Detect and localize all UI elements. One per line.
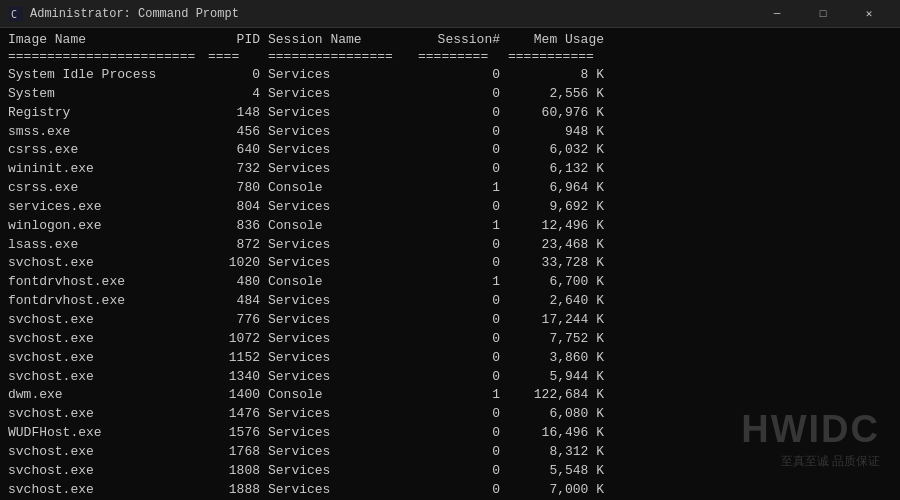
proc-session: Services bbox=[268, 236, 418, 255]
proc-mem: 7,000 K bbox=[508, 481, 608, 500]
proc-session: Services bbox=[268, 292, 418, 311]
proc-sessnum: 1 bbox=[418, 386, 508, 405]
proc-mem: 8 K bbox=[508, 66, 608, 85]
proc-pid: 776 bbox=[208, 311, 268, 330]
proc-sessnum: 0 bbox=[418, 160, 508, 179]
proc-session: Services bbox=[268, 330, 418, 349]
proc-mem: 6,032 K bbox=[508, 141, 608, 160]
proc-pid: 780 bbox=[208, 179, 268, 198]
proc-session: Services bbox=[268, 66, 418, 85]
proc-sessnum: 0 bbox=[418, 66, 508, 85]
table-row: System 4 Services 0 2,556 K bbox=[8, 85, 892, 104]
table-row: winlogon.exe 836 Console 1 12,496 K bbox=[8, 217, 892, 236]
header-session: Session Name bbox=[268, 32, 418, 47]
proc-mem: 6,080 K bbox=[508, 405, 608, 424]
proc-session: Services bbox=[268, 160, 418, 179]
proc-mem: 3,860 K bbox=[508, 349, 608, 368]
table-row: csrss.exe 780 Console 1 6,964 K bbox=[8, 179, 892, 198]
proc-mem: 122,684 K bbox=[508, 386, 608, 405]
window-title: Administrator: Command Prompt bbox=[30, 7, 754, 21]
svg-text:C: C bbox=[11, 9, 17, 20]
proc-name: wininit.exe bbox=[8, 160, 208, 179]
proc-name: svchost.exe bbox=[8, 481, 208, 500]
proc-pid: 1768 bbox=[208, 443, 268, 462]
proc-name: WUDFHost.exe bbox=[8, 424, 208, 443]
table-row: svchost.exe 1072 Services 0 7,752 K bbox=[8, 330, 892, 349]
table-row: svchost.exe 1768 Services 0 8,312 K bbox=[8, 443, 892, 462]
table-row: services.exe 804 Services 0 9,692 K bbox=[8, 198, 892, 217]
proc-name: smss.exe bbox=[8, 123, 208, 142]
proc-session: Services bbox=[268, 481, 418, 500]
proc-pid: 1340 bbox=[208, 368, 268, 387]
table-row: svchost.exe 776 Services 0 17,244 K bbox=[8, 311, 892, 330]
proc-session: Console bbox=[268, 179, 418, 198]
proc-pid: 732 bbox=[208, 160, 268, 179]
console-body: Image Name PID Session Name Session# Mem… bbox=[0, 28, 900, 500]
proc-mem: 17,244 K bbox=[508, 311, 608, 330]
table-row: dwm.exe 1400 Console 1 122,684 K bbox=[8, 386, 892, 405]
proc-name: lsass.exe bbox=[8, 236, 208, 255]
table-row: svchost.exe 1808 Services 0 5,548 K bbox=[8, 462, 892, 481]
proc-name: services.exe bbox=[8, 198, 208, 217]
app-icon: C bbox=[8, 6, 24, 22]
table-row: svchost.exe 1340 Services 0 5,944 K bbox=[8, 368, 892, 387]
proc-name: csrss.exe bbox=[8, 179, 208, 198]
proc-name: winlogon.exe bbox=[8, 217, 208, 236]
proc-session: Services bbox=[268, 462, 418, 481]
proc-mem: 33,728 K bbox=[508, 254, 608, 273]
window-controls: ─ □ ✕ bbox=[754, 0, 892, 28]
proc-session: Services bbox=[268, 104, 418, 123]
proc-sessnum: 0 bbox=[418, 368, 508, 387]
maximize-button[interactable]: □ bbox=[800, 0, 846, 28]
proc-name: svchost.exe bbox=[8, 405, 208, 424]
proc-sessnum: 0 bbox=[418, 443, 508, 462]
proc-mem: 5,944 K bbox=[508, 368, 608, 387]
proc-mem: 6,964 K bbox=[508, 179, 608, 198]
proc-pid: 1888 bbox=[208, 481, 268, 500]
proc-pid: 836 bbox=[208, 217, 268, 236]
proc-name: csrss.exe bbox=[8, 141, 208, 160]
proc-session: Services bbox=[268, 141, 418, 160]
proc-name: svchost.exe bbox=[8, 349, 208, 368]
proc-mem: 7,752 K bbox=[508, 330, 608, 349]
proc-pid: 1808 bbox=[208, 462, 268, 481]
proc-pid: 4 bbox=[208, 85, 268, 104]
header-mem: Mem Usage bbox=[508, 32, 608, 47]
proc-name: System bbox=[8, 85, 208, 104]
table-row: System Idle Process 0 Services 0 8 K bbox=[8, 66, 892, 85]
proc-mem: 9,692 K bbox=[508, 198, 608, 217]
proc-mem: 12,496 K bbox=[508, 217, 608, 236]
header-session-num: Session# bbox=[418, 32, 508, 47]
proc-pid: 480 bbox=[208, 273, 268, 292]
proc-name: svchost.exe bbox=[8, 330, 208, 349]
table-row: svchost.exe 1476 Services 0 6,080 K bbox=[8, 405, 892, 424]
table-row: WUDFHost.exe 1576 Services 0 16,496 K bbox=[8, 424, 892, 443]
proc-sessnum: 0 bbox=[418, 123, 508, 142]
proc-pid: 872 bbox=[208, 236, 268, 255]
table-row: fontdrvhost.exe 480 Console 1 6,700 K bbox=[8, 273, 892, 292]
proc-mem: 23,468 K bbox=[508, 236, 608, 255]
proc-sessnum: 1 bbox=[418, 179, 508, 198]
proc-sessnum: 1 bbox=[418, 217, 508, 236]
proc-sessnum: 0 bbox=[418, 236, 508, 255]
proc-name: fontdrvhost.exe bbox=[8, 273, 208, 292]
proc-mem: 6,700 K bbox=[508, 273, 608, 292]
proc-mem: 2,556 K bbox=[508, 85, 608, 104]
proc-sessnum: 0 bbox=[418, 292, 508, 311]
minimize-button[interactable]: ─ bbox=[754, 0, 800, 28]
proc-mem: 948 K bbox=[508, 123, 608, 142]
proc-session: Services bbox=[268, 443, 418, 462]
proc-pid: 1152 bbox=[208, 349, 268, 368]
table-row: smss.exe 456 Services 0 948 K bbox=[8, 123, 892, 142]
proc-session: Services bbox=[268, 424, 418, 443]
proc-name: Registry bbox=[8, 104, 208, 123]
close-button[interactable]: ✕ bbox=[846, 0, 892, 28]
proc-mem: 2,640 K bbox=[508, 292, 608, 311]
proc-session: Console bbox=[268, 386, 418, 405]
proc-sessnum: 0 bbox=[418, 141, 508, 160]
separator: ======================== ==== ==========… bbox=[8, 49, 892, 64]
proc-name: System Idle Process bbox=[8, 66, 208, 85]
proc-pid: 1576 bbox=[208, 424, 268, 443]
proc-sessnum: 1 bbox=[418, 273, 508, 292]
table-row: lsass.exe 872 Services 0 23,468 K bbox=[8, 236, 892, 255]
